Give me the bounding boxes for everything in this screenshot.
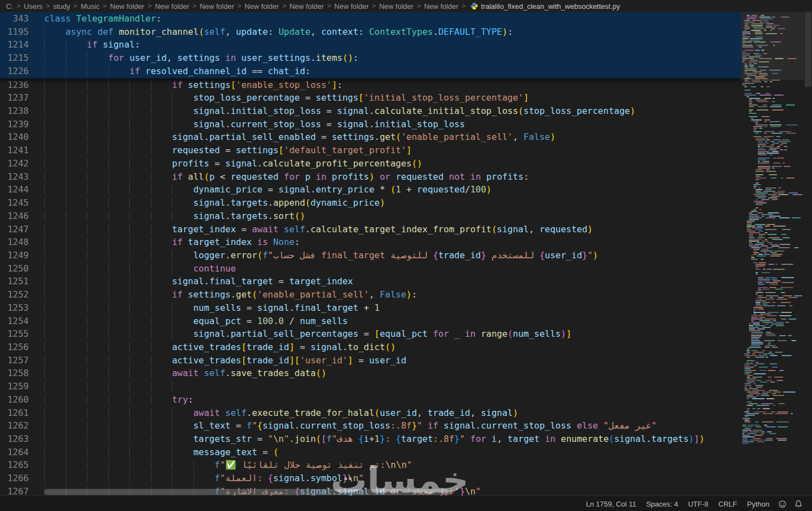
code-pane[interactable]: 343class TelegramHandler:1195 async def … (0, 12, 741, 496)
code-line[interactable]: 1214 if signal: (0, 38, 741, 51)
line-number[interactable]: 1240 (0, 131, 29, 144)
line-number[interactable]: 1256 (0, 341, 29, 354)
code-line[interactable]: 1247 target_index = await self.calculate… (0, 223, 741, 236)
breadcrumb-item[interactable]: New folder (109, 2, 145, 11)
code-line[interactable]: 1240 signal.partial_sell_enabled = setti… (0, 131, 741, 144)
code-line[interactable]: 1263 targets_str = "\n".join([f"هدف {i+1… (0, 432, 741, 446)
status-eol[interactable]: CRLF (714, 500, 742, 508)
code-line[interactable]: 343class TelegramHandler: (0, 12, 741, 25)
status-indentation[interactable]: Spaces: 4 (641, 500, 683, 508)
line-number[interactable]: 1262 (0, 419, 29, 432)
code-line[interactable]: 1244 dynamic_price = signal.entry_price … (0, 183, 741, 196)
line-number[interactable]: 1255 (0, 327, 29, 341)
breadcrumb-item[interactable]: New folder (199, 2, 234, 11)
line-number[interactable]: 1252 (0, 288, 29, 301)
breadcrumb-item[interactable]: New folder (334, 2, 369, 11)
line-number[interactable]: 1264 (0, 446, 29, 459)
line-number[interactable]: 1242 (0, 157, 29, 170)
line-number[interactable]: 1254 (0, 315, 29, 328)
code-line[interactable]: 1261 await self.execute_trade_for_halal(… (0, 406, 741, 420)
code-line[interactable]: 1249 logger.error(f"فشل حساب final_targe… (0, 249, 741, 262)
minimap[interactable] (741, 12, 804, 496)
breadcrumb-item[interactable]: New folder (244, 2, 280, 11)
line-number[interactable]: 1253 (0, 301, 29, 315)
code-line[interactable]: 1236 if settings['enable_stop_loss']: (0, 79, 741, 92)
code-line[interactable]: 1262 sl_text = f"{signal.current_stop_lo… (0, 419, 741, 432)
line-number[interactable]: 1239 (0, 118, 29, 131)
code-line[interactable]: 1248 if target_index is None: (0, 236, 741, 249)
line-number[interactable]: 1248 (0, 236, 29, 249)
status-cursor-position[interactable]: Ln 1759, Col 11 (581, 500, 641, 508)
line-number[interactable]: 1247 (0, 223, 29, 236)
code-line[interactable]: 1252 if settings.get('enable_partial_sel… (0, 288, 741, 301)
line-number[interactable]: 1236 (0, 79, 29, 92)
code-line[interactable]: 1238 signal.initial_stop_loss = signal.c… (0, 105, 741, 118)
code-line[interactable]: 1250 continue (0, 262, 741, 275)
code-line[interactable]: 1265 f"✅ تم تنفيذ توصية حلال تلقائيًا:\n… (0, 458, 741, 472)
feedback-smiley-icon[interactable] (774, 500, 790, 508)
code-line[interactable]: 1215 for user_id, settings in user_setti… (0, 51, 741, 65)
vertical-scrollbar[interactable] (804, 12, 812, 496)
line-number[interactable]: 1237 (0, 91, 29, 105)
sticky-scroll[interactable]: 343class TelegramHandler:1195 async def … (0, 12, 741, 79)
line-number[interactable]: 1265 (0, 458, 29, 472)
code-line[interactable]: 1255 signal.partial_sell_percentages = [… (0, 327, 741, 341)
code-line[interactable]: 1257 active_trades[trade_id]['user_id'] … (0, 354, 741, 367)
line-number[interactable]: 1238 (0, 105, 29, 118)
line-number[interactable]: 1258 (0, 367, 29, 380)
breadcrumb-item[interactable]: New folder (423, 2, 459, 11)
line-number[interactable]: 1249 (0, 249, 29, 262)
code-line[interactable]: 1259 (0, 380, 741, 393)
line-number[interactable]: 1241 (0, 144, 29, 157)
code-line[interactable]: 1243 if all(p < requested for p in profi… (0, 170, 741, 184)
line-number[interactable]: 1226 (0, 65, 29, 78)
code-lines[interactable]: 1236 if settings['enable_stop_loss']:123… (0, 79, 741, 496)
line-number[interactable]: 1250 (0, 262, 29, 275)
code-line[interactable]: 1246 signal.targets.sort() (0, 210, 741, 223)
line-number[interactable]: 1246 (0, 210, 29, 223)
line-number[interactable]: 1244 (0, 183, 29, 196)
status-encoding[interactable]: UTF-8 (683, 500, 714, 508)
line-number[interactable]: 1245 (0, 196, 29, 210)
line-number[interactable]: 1263 (0, 432, 29, 446)
line-number[interactable]: 1257 (0, 354, 29, 367)
line-number[interactable]: 1214 (0, 38, 29, 51)
code-line[interactable]: 1241 requested = settings['default_targe… (0, 144, 741, 157)
code-line[interactable]: 1245 signal.targets.append(dynamic_price… (0, 196, 741, 210)
vertical-scrollbar-thumb[interactable] (805, 12, 811, 87)
breadcrumb-item[interactable]: Users (23, 2, 43, 11)
code-line[interactable]: 1237 stop_loss_percentage = settings['in… (0, 91, 741, 105)
line-number[interactable]: 1251 (0, 275, 29, 288)
code-line[interactable]: 1239 signal.current_stop_loss = signal.i… (0, 118, 741, 131)
code-line[interactable]: 1256 active_trades[trade_id] = signal.to… (0, 341, 741, 354)
line-number[interactable]: 1195 (0, 25, 29, 39)
line-number[interactable]: 1260 (0, 393, 29, 406)
line-number[interactable]: 1267 (0, 485, 29, 496)
line-number[interactable]: 1261 (0, 406, 29, 420)
breadcrumb-item[interactable]: New folder (379, 2, 414, 11)
code-line[interactable]: 1226 if resolved_channel_id == chat_id: (0, 65, 741, 78)
breadcrumb-item[interactable]: Music (80, 2, 100, 11)
notifications-bell-icon[interactable] (790, 500, 806, 508)
breadcrumb-item[interactable]: study (53, 2, 71, 11)
code-line[interactable]: 1253 num_sells = signal.final_target + 1 (0, 301, 741, 315)
breadcrumb-item[interactable]: C: (6, 2, 14, 11)
line-number[interactable]: 1243 (0, 170, 29, 184)
code-line[interactable]: 1195 async def monitor_channel(self, upd… (0, 25, 741, 39)
horizontal-scrollbar-thumb[interactable] (44, 489, 449, 495)
code-line[interactable]: 1258 await self.save_trades_data() (0, 367, 741, 380)
line-number[interactable]: 1266 (0, 472, 29, 485)
code-line[interactable]: 1254 equal_pct = 100.0 / num_sells (0, 315, 741, 328)
breadcrumb-file[interactable]: tralalilo_fixed_clean_with_websockettest… (481, 2, 620, 11)
code-line[interactable]: 1266 f"العملة: {signal.symbol}\n" (0, 472, 741, 485)
breadcrumb-item[interactable]: New folder (289, 2, 324, 11)
code-line[interactable]: 1242 profits = signal.calculate_profit_p… (0, 157, 741, 170)
line-number[interactable]: 343 (0, 12, 29, 25)
breadcrumb-item[interactable]: New folder (154, 2, 190, 11)
line-number[interactable]: 1215 (0, 51, 29, 65)
code-line[interactable]: 1260 try: (0, 393, 741, 406)
line-number[interactable]: 1259 (0, 380, 29, 393)
code-line[interactable]: 1251 signal.final_target = target_index (0, 275, 741, 288)
status-language[interactable]: Python (742, 500, 774, 508)
code-line[interactable]: 1264 message_text = ( (0, 446, 741, 459)
